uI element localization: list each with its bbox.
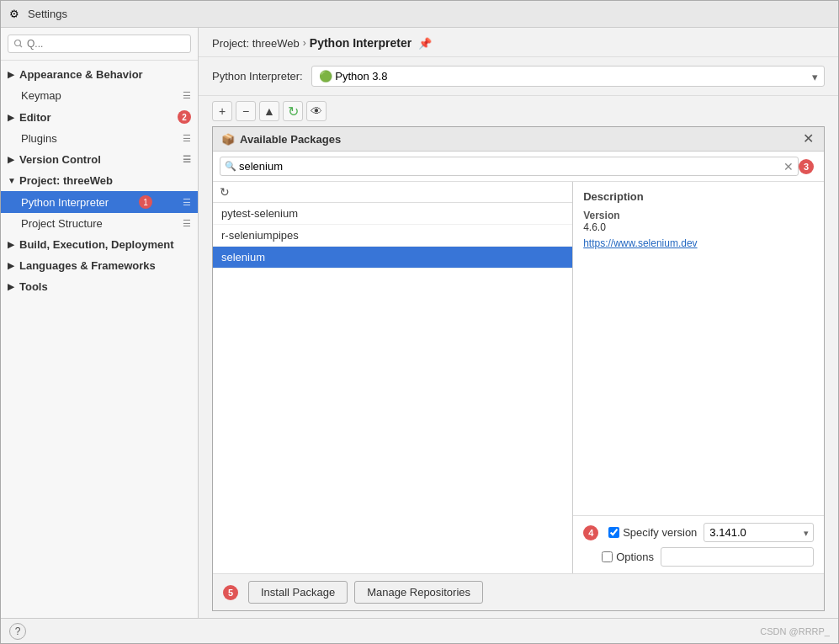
desc-footer: 4 Specify version 3.141.0 bbox=[573, 515, 824, 573]
sidebar-item-build[interactable]: ▶ Build, Execution, Deployment bbox=[1, 234, 198, 255]
sidebar-item-label: Project: threeWeb bbox=[19, 174, 113, 187]
dialog-title: 📦 Available Packages bbox=[221, 133, 341, 146]
chevron-icon: ▶ bbox=[8, 282, 16, 291]
specify-version-label: Specify version bbox=[608, 526, 697, 539]
chevron-icon: ▶ bbox=[8, 240, 16, 249]
chevron-icon: ▶ bbox=[8, 155, 16, 164]
options-row: Options bbox=[583, 547, 814, 567]
sidebar-item-plugins[interactable]: Plugins ☰ bbox=[1, 128, 198, 149]
search-clear-icon[interactable]: ✕ bbox=[783, 160, 794, 173]
sidebar-item-label: Version Control bbox=[19, 153, 101, 166]
sidebar-item-appearance[interactable]: ▶ Appearance & Behavior bbox=[1, 64, 198, 85]
add-package-button[interactable]: + bbox=[212, 101, 232, 121]
eye-button[interactable]: 👁 bbox=[306, 101, 327, 121]
pin-icon: 📌 bbox=[418, 37, 432, 50]
options-label: Options bbox=[602, 551, 654, 563]
list-item-selected[interactable]: selenium bbox=[213, 247, 572, 269]
sidebar-nav: ▶ Appearance & Behavior Keymap ☰ ▶ Edito… bbox=[1, 61, 198, 618]
keymap-icon: ☰ bbox=[183, 90, 191, 101]
desc-link[interactable]: https://www.selenium.dev bbox=[583, 237, 697, 249]
description-area: Description Version 4.6.0 https://www.se… bbox=[573, 182, 824, 573]
package-name: selenium bbox=[221, 251, 265, 263]
sidebar: ▶ Appearance & Behavior Keymap ☰ ▶ Edito… bbox=[1, 28, 199, 618]
sidebar-item-label: Build, Execution, Deployment bbox=[19, 238, 173, 251]
right-panel: Project: threeWeb › Python Interpreter 📌… bbox=[199, 28, 838, 618]
dialog-search-row: ✕ 3 bbox=[213, 152, 824, 182]
breadcrumb-parent: Project: threeWeb bbox=[212, 37, 300, 50]
install-step-badge: 5 bbox=[223, 585, 238, 600]
settings-icon: ⚙ bbox=[9, 8, 23, 21]
package-icon: 📦 bbox=[221, 133, 235, 146]
chevron-icon: ▶ bbox=[8, 70, 16, 79]
packages-search-input[interactable] bbox=[220, 157, 799, 176]
interpreter-label: Python Interpreter: bbox=[212, 70, 303, 82]
sidebar-search-input[interactable] bbox=[8, 35, 191, 53]
settings-window: ⚙ Settings ▶ Appearance & Behavior Keyma… bbox=[0, 0, 839, 644]
dialog-title-text: Available Packages bbox=[240, 133, 341, 146]
specify-step-badge: 4 bbox=[583, 525, 598, 540]
plugins-icon: ☰ bbox=[183, 133, 191, 144]
sidebar-item-label: Keymap bbox=[21, 89, 61, 102]
sidebar-item-python-interpreter[interactable]: Python Interpreter 1 ☰ bbox=[1, 191, 198, 213]
breadcrumb-current: Python Interpreter bbox=[310, 36, 412, 50]
sidebar-item-editor[interactable]: ▶ Editor 2 bbox=[1, 106, 198, 128]
sidebar-item-label: Tools bbox=[19, 280, 48, 293]
packages-dialog: 📦 Available Packages ✕ ✕ 3 bbox=[212, 126, 825, 611]
dialog-close-button[interactable]: ✕ bbox=[801, 132, 815, 146]
description-panel: Description Version 4.6.0 https://www.se… bbox=[573, 182, 824, 515]
interpreter-select[interactable]: 🟢 Python 3.8 bbox=[311, 66, 825, 87]
sidebar-item-label: Appearance & Behavior bbox=[19, 68, 143, 81]
bottom-bar: ? CSDN @RRRP_ bbox=[1, 618, 838, 643]
title-bar: ⚙ Settings bbox=[1, 1, 838, 28]
editor-badge: 2 bbox=[178, 110, 191, 124]
interpreter-row: Python Interpreter: 🟢 Python 3.8 bbox=[199, 57, 838, 96]
package-name: r-seleniumpipes bbox=[221, 229, 299, 242]
sidebar-item-project[interactable]: ▼ Project: threeWeb bbox=[1, 170, 198, 191]
sidebar-item-label: Plugins bbox=[21, 132, 57, 145]
ps-icon: ☰ bbox=[183, 218, 191, 229]
chevron-icon: ▶ bbox=[8, 261, 16, 270]
search-step-badge: 3 bbox=[799, 159, 814, 174]
options-input[interactable] bbox=[661, 547, 814, 567]
desc-title: Description bbox=[583, 190, 814, 203]
sidebar-item-tools[interactable]: ▶ Tools bbox=[1, 276, 198, 297]
desc-version-label: Version bbox=[583, 210, 814, 221]
python-badge: 1 bbox=[139, 195, 152, 209]
sidebar-item-label: Languages & Frameworks bbox=[19, 259, 156, 272]
search-wrapper: ✕ bbox=[220, 157, 799, 176]
install-package-button[interactable]: Install Package bbox=[248, 581, 348, 604]
specify-version-checkbox[interactable] bbox=[608, 527, 619, 538]
version-select[interactable]: 3.141.0 bbox=[704, 523, 814, 542]
specify-version-row: 4 Specify version 3.141.0 bbox=[583, 523, 814, 542]
list-item[interactable]: pytest-selenium bbox=[213, 203, 572, 225]
interpreter-select-wrapper: 🟢 Python 3.8 bbox=[311, 66, 825, 87]
up-package-button[interactable]: ▲ bbox=[259, 101, 279, 121]
toolbar-row: + − ▲ ↻ 👁 bbox=[199, 96, 838, 126]
vc-icon: ☰ bbox=[183, 154, 191, 165]
sidebar-item-languages[interactable]: ▶ Languages & Frameworks bbox=[1, 255, 198, 276]
reload-button[interactable]: ↻ bbox=[220, 185, 230, 199]
sidebar-item-keymap[interactable]: Keymap ☰ bbox=[1, 85, 198, 106]
chevron-icon: ▼ bbox=[8, 176, 16, 185]
remove-package-button[interactable]: − bbox=[236, 101, 256, 121]
options-checkbox[interactable] bbox=[602, 551, 613, 562]
sidebar-item-project-structure[interactable]: Project Structure ☰ bbox=[1, 213, 198, 234]
packages-list: ↻ pytest-selenium r-seleniumpipes seleni… bbox=[213, 182, 573, 573]
list-item[interactable]: r-seleniumpipes bbox=[213, 225, 572, 247]
py-icon: ☰ bbox=[183, 197, 191, 208]
sidebar-item-label: Project Structure bbox=[21, 217, 103, 230]
sync-button[interactable]: ↻ bbox=[283, 101, 303, 121]
sidebar-item-label: Python Interpreter bbox=[21, 196, 109, 209]
sidebar-item-version-control[interactable]: ▶ Version Control ☰ bbox=[1, 149, 198, 170]
main-content: ▶ Appearance & Behavior Keymap ☰ ▶ Edito… bbox=[1, 28, 838, 618]
sidebar-search-area bbox=[1, 28, 198, 61]
packages-toolbar: ↻ bbox=[213, 182, 572, 203]
breadcrumb: Project: threeWeb › Python Interpreter 📌 bbox=[199, 28, 838, 57]
dialog-title-bar: 📦 Available Packages ✕ bbox=[213, 127, 824, 152]
manage-repositories-button[interactable]: Manage Repositories bbox=[354, 581, 483, 604]
help-button[interactable]: ? bbox=[9, 623, 26, 640]
version-select-wrapper: 3.141.0 bbox=[704, 523, 814, 542]
desc-version-value: 4.6.0 bbox=[583, 221, 814, 233]
breadcrumb-separator: › bbox=[303, 37, 306, 49]
packages-dialog-container: 📦 Available Packages ✕ ✕ 3 bbox=[199, 126, 838, 618]
